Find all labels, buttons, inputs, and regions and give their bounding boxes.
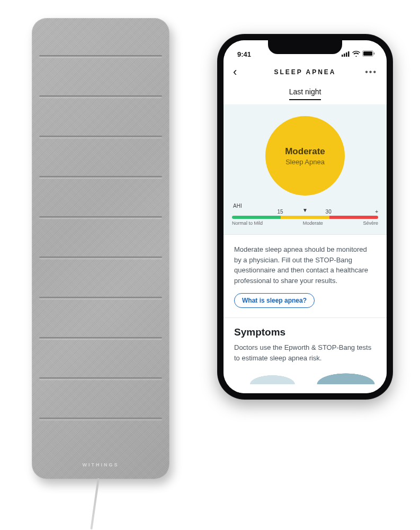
ahi-scale: AHI 15 ▼ 30 + Normal to Mild Moderate	[232, 203, 378, 226]
svg-rect-1	[344, 54, 345, 57]
app-header: ‹ SLEEP APNEA ••• Last night	[224, 59, 387, 104]
section-divider	[224, 317, 387, 318]
sleep-mat-device: WITHINGS	[32, 18, 169, 479]
screen-title: SLEEP APNEA	[274, 68, 336, 76]
advice-text: Moderate sleep apnea should be monitored…	[234, 244, 376, 286]
symptoms-text: Doctors use the Epworth & STOP-Bang test…	[234, 342, 376, 363]
svg-rect-5	[363, 51, 372, 56]
status-time: 9:41	[237, 50, 251, 58]
ahi-marker-icon: ▼	[302, 207, 308, 213]
signal-icon	[342, 50, 350, 58]
ahi-scale-bar	[232, 216, 378, 219]
ahi-label-severe: Sévère	[363, 220, 378, 226]
ahi-label-mild: Normal to Mild	[232, 220, 263, 226]
decorative-wave	[224, 368, 387, 384]
svg-rect-3	[348, 51, 350, 57]
svg-rect-2	[346, 52, 347, 57]
svg-rect-0	[342, 55, 343, 57]
mat-brand-label: WITHINGS	[32, 462, 169, 467]
symptoms-heading: Symptoms	[234, 326, 376, 338]
wifi-icon	[352, 50, 360, 58]
hero-panel: Moderate Sleep Apnea AHI 15 ▼ 30 +	[224, 104, 387, 235]
ahi-seg-moderate	[281, 216, 329, 219]
mat-cable	[90, 478, 100, 530]
ahi-seg-severe	[329, 216, 378, 219]
ahi-seg-mild	[232, 216, 281, 219]
ahi-tick-plus: +	[375, 209, 378, 215]
ahi-label-moderate: Moderate	[303, 220, 323, 226]
tab-last-night[interactable]: Last night	[289, 87, 321, 100]
ahi-tick-15: 15	[278, 209, 283, 215]
battery-icon	[362, 50, 375, 58]
back-button[interactable]: ‹	[233, 66, 246, 78]
more-button[interactable]: •••	[364, 67, 377, 77]
severity-circle: Moderate Sleep Apnea	[265, 116, 345, 196]
ahi-tick-30: 30	[326, 209, 332, 215]
severity-subtitle: Sleep Apnea	[285, 158, 325, 166]
phone-notch	[268, 40, 342, 54]
what-is-sleep-apnea-button[interactable]: What is sleep apnea?	[234, 293, 315, 308]
phone-screen: 9:41 ‹ SLEEP APNEA ••• Last night	[224, 40, 387, 393]
ahi-metric-label: AHI	[233, 203, 242, 209]
body-panel: Moderate sleep apnea should be monitored…	[224, 235, 387, 393]
svg-rect-6	[374, 52, 375, 55]
phone-frame: 9:41 ‹ SLEEP APNEA ••• Last night	[217, 34, 393, 400]
mat-ridges	[32, 18, 169, 479]
severity-level: Moderate	[285, 146, 325, 157]
